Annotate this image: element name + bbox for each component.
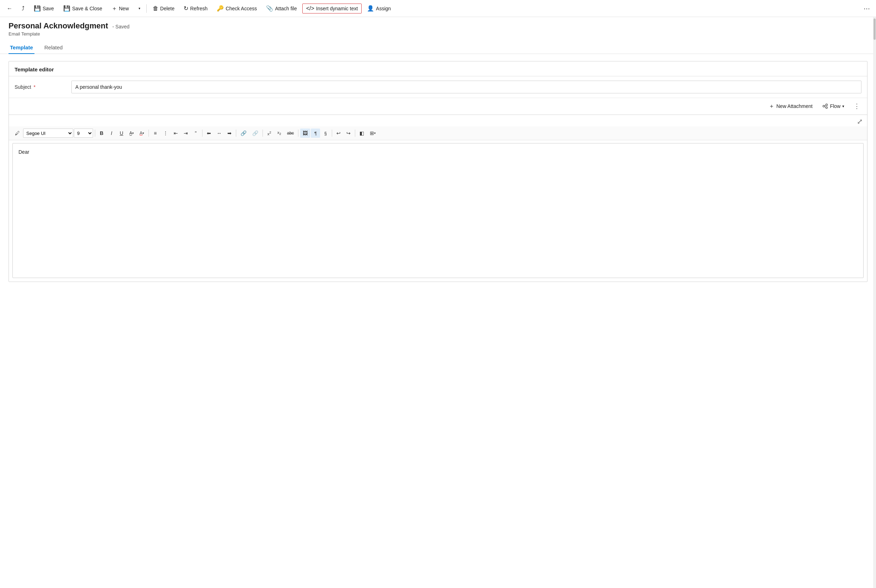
- tab-template[interactable]: Template: [9, 42, 35, 54]
- rte-font-color-button[interactable]: A ▾: [137, 129, 147, 138]
- rte-sep-7: [332, 130, 332, 137]
- rte-blockquote-button[interactable]: ": [191, 129, 200, 138]
- rte-subscript-button[interactable]: x2: [275, 129, 284, 138]
- rte-sep-8: [355, 130, 355, 137]
- image-icon: 🖼: [303, 130, 308, 136]
- attach-file-icon: 📎: [266, 6, 273, 11]
- editor-body[interactable]: Dear: [12, 143, 864, 278]
- highlight-icon: A̲: [129, 130, 132, 136]
- rte-unlink-button[interactable]: 🔗: [250, 129, 261, 138]
- refresh-button[interactable]: ↻ Refresh: [180, 3, 211, 14]
- blockquote-icon: ": [195, 130, 197, 136]
- insert-dynamic-text-button[interactable]: </> Insert dynamic text: [302, 3, 362, 14]
- rte-strikethrough-button[interactable]: abc: [284, 129, 296, 138]
- page-header: Personal Acknowledgment - Saved Email Te…: [0, 17, 876, 37]
- rte-toolbar: 🖊 Segoe UI Arial Times New Roman 9 10 11…: [9, 126, 867, 140]
- font-color-dropdown-icon: ▾: [143, 131, 144, 135]
- font-family-select[interactable]: Segoe UI Arial Times New Roman: [23, 129, 73, 138]
- rte-bullets-button[interactable]: ≡: [150, 129, 160, 138]
- strikethrough-icon: abc: [287, 130, 294, 136]
- section-mark-icon: §: [324, 130, 327, 136]
- flow-chevron-icon: ▾: [842, 104, 844, 109]
- delete-button[interactable]: 🗑 Delete: [149, 3, 178, 14]
- rte-format-button[interactable]: 🖊: [12, 129, 23, 138]
- fill-icon: ◧: [359, 130, 364, 136]
- back-button[interactable]: ←: [3, 3, 17, 14]
- indent-icon: ⇥: [184, 130, 188, 136]
- rte-underline-button[interactable]: U: [117, 129, 126, 138]
- font-size-select[interactable]: 9 10 11 12 14: [74, 129, 93, 138]
- flow-icon: [822, 104, 828, 109]
- highlight-dropdown-icon: ▾: [132, 131, 134, 135]
- rte-sep-3: [202, 130, 203, 137]
- rte-sep-4: [236, 130, 236, 137]
- numbered-icon: ⋮: [163, 130, 168, 136]
- table-dropdown-icon: ▾: [374, 131, 376, 135]
- rte-undo-button[interactable]: ↩: [334, 129, 343, 138]
- scrollbar-thumb[interactable]: [873, 18, 876, 40]
- rte-special2-button[interactable]: §: [321, 129, 330, 138]
- share-button[interactable]: ⤴: [18, 3, 29, 14]
- save-close-icon: 💾: [63, 6, 70, 11]
- subject-label: Subject *: [15, 84, 71, 90]
- refresh-icon: ↻: [184, 6, 188, 11]
- subject-input[interactable]: [71, 81, 861, 93]
- more-options-icon: ⋯: [864, 4, 870, 12]
- rte-italic-button[interactable]: I: [107, 129, 116, 138]
- rte-align-left-button[interactable]: ⬅: [204, 129, 213, 138]
- rte-sep-6: [298, 130, 298, 137]
- rte-table-button[interactable]: ⊞ ▾: [367, 129, 378, 138]
- rte-image-button[interactable]: 🖼: [300, 129, 310, 138]
- svg-point-1: [826, 104, 828, 106]
- rte-link-button[interactable]: 🔗: [238, 129, 249, 138]
- undo-icon: ↩: [337, 130, 341, 136]
- rte-bold-button[interactable]: B: [97, 129, 106, 138]
- save-icon: 💾: [34, 6, 41, 11]
- attachment-more-button[interactable]: ⋮: [852, 101, 861, 111]
- bullets-icon: ≡: [154, 130, 157, 136]
- superscript-icon: x2: [267, 130, 271, 136]
- flow-button[interactable]: Flow ▾: [820, 102, 846, 110]
- ellipsis-icon: ⋮: [853, 103, 860, 110]
- new-button[interactable]: ＋ New: [108, 3, 133, 14]
- check-access-button[interactable]: 🔑 Check Access: [213, 3, 261, 14]
- rte-outdent-button[interactable]: ⇤: [171, 129, 180, 138]
- main-toolbar: ← ⤴ 💾 Save 💾 Save & Close ＋ New ▾ 🗑 Dele…: [0, 0, 876, 17]
- page-title: Personal Acknowledgment: [9, 21, 108, 30]
- rte-redo-button[interactable]: ↪: [344, 129, 353, 138]
- save-close-button[interactable]: 💾 Save & Close: [59, 3, 106, 14]
- editor-card: Template editor Subject * ＋ New Attachme…: [9, 61, 867, 282]
- rte-numbered-button[interactable]: ⋮: [161, 129, 171, 138]
- tab-related[interactable]: Related: [43, 42, 64, 54]
- page-subtitle: Email Template: [9, 31, 867, 37]
- unlink-icon: 🔗: [252, 130, 258, 136]
- saved-status: - Saved: [112, 24, 129, 30]
- back-icon: ←: [7, 6, 12, 11]
- share-icon: ⤴: [22, 6, 24, 11]
- delete-icon: 🗑: [153, 6, 158, 11]
- align-right-icon: ➡: [227, 130, 231, 136]
- new-icon: ＋: [111, 6, 117, 11]
- rte-special1-button[interactable]: ¶: [311, 129, 320, 138]
- rte-superscript-button[interactable]: x2: [264, 129, 274, 138]
- chevron-down-icon: ▾: [138, 6, 140, 10]
- expand-icon[interactable]: ⤢: [857, 117, 863, 126]
- format-icon: 🖊: [15, 130, 20, 136]
- separator-1: [146, 4, 147, 13]
- scrollbar[interactable]: [873, 17, 876, 289]
- assign-button[interactable]: 👤 Assign: [363, 3, 395, 14]
- rte-align-center-button[interactable]: ↔: [214, 129, 224, 138]
- save-button[interactable]: 💾 Save: [30, 3, 58, 14]
- check-access-icon: 🔑: [217, 6, 224, 11]
- new-chevron-button[interactable]: ▾: [134, 4, 144, 12]
- rte-fill-button[interactable]: ◧: [357, 129, 367, 138]
- rte-sep-5: [263, 130, 263, 137]
- attach-file-button[interactable]: 📎 Attach file: [262, 3, 301, 14]
- more-options-button[interactable]: ⋯: [860, 3, 873, 15]
- rte-align-right-button[interactable]: ➡: [225, 129, 234, 138]
- rte-highlight-button[interactable]: A̲ ▾: [127, 129, 137, 138]
- rte-indent-button[interactable]: ⇥: [181, 129, 191, 138]
- redo-icon: ↪: [346, 130, 351, 136]
- new-attachment-button[interactable]: ＋ New Attachment: [766, 101, 815, 111]
- svg-point-0: [823, 105, 825, 107]
